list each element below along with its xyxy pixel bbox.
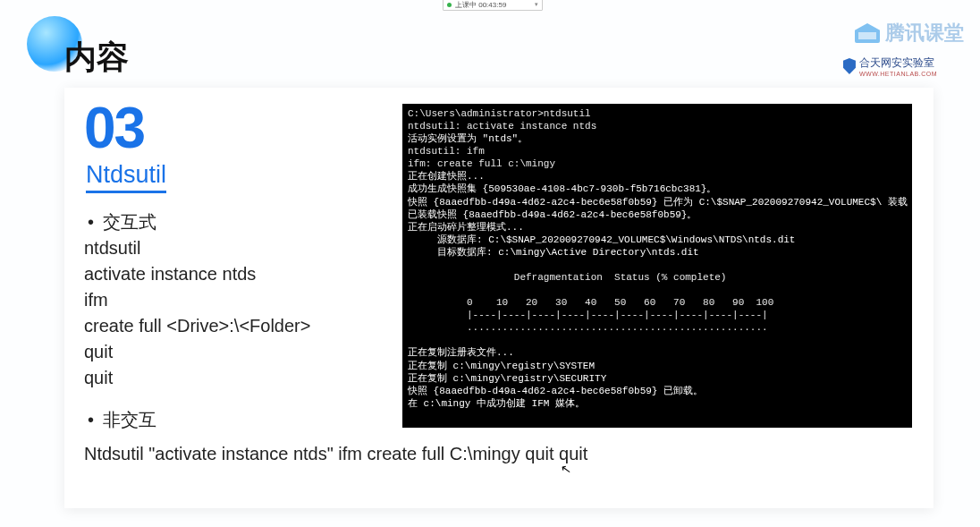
status-dot-icon: [447, 3, 452, 7]
lab-url: WWW.HETIANLAB.COM: [859, 71, 937, 77]
recording-status-chip[interactable]: 上课中 00:43:59 ▾: [443, 0, 543, 11]
section-title: Ntdsutil: [86, 161, 166, 193]
slide-card: 03 Ntdsutil •交互式 ntdsutil activate insta…: [64, 88, 934, 508]
shield-icon: [843, 58, 856, 74]
brand-text: 腾讯课堂: [885, 20, 964, 47]
page-title: 内容: [64, 36, 129, 80]
brand-icon: [855, 23, 880, 43]
cmd-line: quit: [84, 365, 379, 391]
lab-name: 合天网安实验室: [859, 56, 934, 69]
cursor-icon: ↖: [560, 461, 573, 477]
cmd-line: create full <Drive>:\<Folder>: [84, 313, 379, 339]
terminal-screenshot: C:\Users\administrator>ntdsutil ntdsutil…: [402, 104, 912, 428]
body-text: •交互式 ntdsutil activate instance ntds ifm…: [84, 209, 379, 433]
section-number: 03: [84, 95, 144, 161]
noninteractive-command: Ntdsutil "activate instance ntds" ifm cr…: [84, 444, 587, 464]
cmd-line: quit: [84, 339, 379, 365]
brand-watermark: 腾讯课堂: [855, 20, 964, 47]
mode-noninteractive-row: •非交互: [84, 407, 379, 433]
chevron-down-icon: ▾: [535, 1, 538, 8]
cmd-line: activate instance ntds: [84, 261, 379, 287]
cmd-line: ntdsutil: [84, 235, 379, 261]
mode-interactive-row: •交互式: [84, 209, 379, 235]
status-text: 上课中 00:43:59: [455, 0, 506, 10]
cmd-line: ifm: [84, 287, 379, 313]
lab-logo: 合天网安实验室 WWW.HETIANLAB.COM: [843, 55, 937, 77]
